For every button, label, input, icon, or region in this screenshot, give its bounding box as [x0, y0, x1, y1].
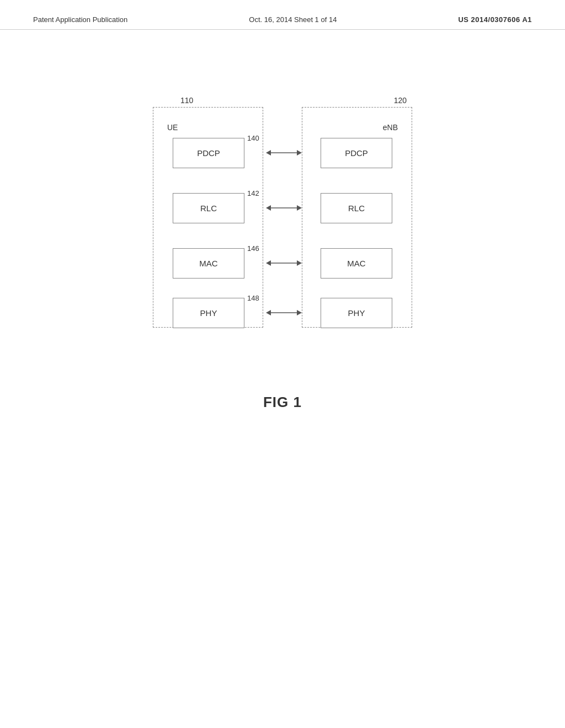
label-120: 120	[394, 96, 407, 105]
diagram-area: 110 120 UE 140 142 146 148 PDCP RLC MAC …	[0, 30, 565, 350]
figure-caption: FIG 1	[0, 394, 565, 411]
arrows-container	[263, 107, 305, 328]
arrow-phy	[263, 308, 305, 317]
svg-marker-3	[266, 205, 271, 211]
enb-mac-box: MAC	[321, 248, 392, 279]
svg-marker-5	[297, 205, 302, 211]
svg-marker-2	[297, 150, 302, 156]
ue-label: UE	[167, 123, 178, 132]
arrow-rlc	[263, 204, 305, 212]
patent-page: Patent Application Publication Oct. 16, …	[0, 0, 565, 728]
ue-rlc-box: RLC	[173, 193, 244, 223]
enb-rlc-box: RLC	[321, 193, 392, 223]
ue-mac-box: MAC	[173, 248, 244, 279]
num-142: 142	[247, 189, 259, 197]
num-148: 148	[247, 294, 259, 302]
enb-outer-box: eNB PDCP RLC MAC PHY	[302, 107, 412, 328]
num-146: 146	[247, 244, 259, 253]
svg-marker-11	[297, 310, 302, 315]
svg-marker-0	[266, 150, 271, 156]
arrow-pdcp-line	[263, 148, 305, 157]
arrow-pdcp	[263, 148, 305, 157]
arrow-mac	[263, 259, 305, 267]
ue-phy-box: PHY	[173, 298, 244, 328]
label-110: 110	[180, 96, 193, 105]
num-140: 140	[247, 134, 259, 142]
arrow-mac-line	[263, 259, 305, 267]
svg-marker-9	[266, 310, 271, 315]
svg-marker-8	[297, 260, 302, 266]
ue-pdcp-box: PDCP	[173, 138, 244, 168]
header-publication-type: Patent Application Publication	[33, 15, 127, 24]
enb-phy-box: PHY	[321, 298, 392, 328]
svg-marker-6	[266, 260, 271, 266]
header-date-sheet: Oct. 16, 2014 Sheet 1 of 14	[249, 15, 337, 24]
ue-outer-box: UE 140 142 146 148 PDCP RLC MAC PHY	[153, 107, 263, 328]
diagram-wrapper: 110 120 UE 140 142 146 148 PDCP RLC MAC …	[145, 96, 420, 350]
enb-label: eNB	[383, 123, 398, 132]
arrow-phy-line	[263, 308, 305, 317]
enb-pdcp-box: PDCP	[321, 138, 392, 168]
arrow-rlc-line	[263, 204, 305, 212]
header-patent-number: US 2014/0307606 A1	[458, 15, 532, 24]
page-header: Patent Application Publication Oct. 16, …	[0, 0, 565, 30]
